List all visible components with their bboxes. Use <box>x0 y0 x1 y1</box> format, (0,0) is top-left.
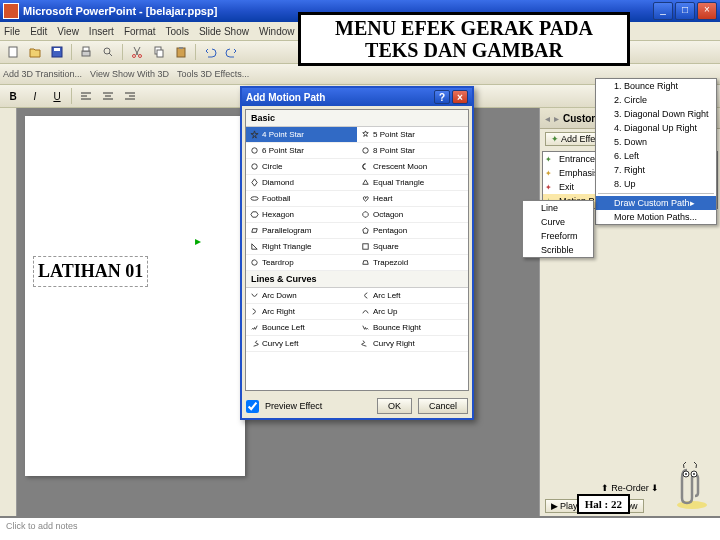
menu-insert[interactable]: Insert <box>89 26 114 37</box>
path-option[interactable]: Arc Right <box>246 304 357 320</box>
motion-item[interactable]: 2. Circle <box>596 93 716 107</box>
bold-icon[interactable]: B <box>3 86 23 106</box>
reorder-label: Re-Order <box>611 483 649 493</box>
annotation-page: Hal : 22 <box>577 494 630 514</box>
path-option[interactable]: 4 Point Star <box>246 127 357 143</box>
path-option[interactable]: Circle <box>246 159 357 175</box>
star-icon: ✦ <box>545 169 552 178</box>
menu-slideshow[interactable]: Slide Show <box>199 26 249 37</box>
path-option[interactable]: Bounce Left <box>246 320 357 336</box>
path-option[interactable]: Curvy Left <box>246 336 357 352</box>
path-option[interactable]: Trapezoid <box>357 255 468 271</box>
path-option[interactable]: Square <box>357 239 468 255</box>
italic-icon[interactable]: I <box>25 86 45 106</box>
redo-icon[interactable] <box>222 42 242 62</box>
path-option[interactable]: Crescent Moon <box>357 159 468 175</box>
reorder-up-icon[interactable]: ⬆ <box>601 483 609 493</box>
preview-icon[interactable] <box>98 42 118 62</box>
forward-icon[interactable]: ▸ <box>554 113 559 124</box>
path-option[interactable]: Bounce Right <box>357 320 468 336</box>
dialog-help-button[interactable]: ? <box>434 90 450 104</box>
slide-canvas[interactable]: ▸ LATIHAN 01 <box>25 116 245 476</box>
thumbnail-strip[interactable] <box>0 108 17 516</box>
menu-window[interactable]: Window <box>259 26 295 37</box>
draw-freeform[interactable]: Freeform <box>523 229 593 243</box>
dialog-close-button[interactable]: × <box>452 90 468 104</box>
annotation-title: MENU EFEK GERAK PADATEKS DAN GAMBAR <box>298 12 630 66</box>
star-icon: ✦ <box>545 183 552 192</box>
open-icon[interactable] <box>25 42 45 62</box>
undo-icon[interactable] <box>200 42 220 62</box>
menu-file[interactable]: File <box>4 26 20 37</box>
motion-item[interactable]: 7. Right <box>596 163 716 177</box>
svg-rect-10 <box>157 50 163 57</box>
motion-item[interactable]: 1. Bounce Right <box>596 79 716 93</box>
menu-tools[interactable]: Tools <box>166 26 189 37</box>
svg-rect-12 <box>179 47 183 49</box>
add-3d-transition[interactable]: Add 3D Transition... <box>3 69 82 79</box>
path-option[interactable]: 6 Point Star <box>246 143 357 159</box>
underline-icon[interactable]: U <box>47 86 67 106</box>
path-option[interactable]: Arc Down <box>246 288 357 304</box>
path-option[interactable]: Pentagon <box>357 223 468 239</box>
menu-format[interactable]: Format <box>124 26 156 37</box>
path-option[interactable]: Diamond <box>246 175 357 191</box>
draw-path-submenu: Line Curve Freeform Scribble <box>522 200 594 258</box>
motion-item[interactable]: 6. Left <box>596 149 716 163</box>
draw-custom-path[interactable]: Draw Custom Path▸ <box>596 196 716 210</box>
align-left-icon[interactable] <box>76 86 96 106</box>
motion-item[interactable]: 8. Up <box>596 177 716 191</box>
path-option[interactable]: 5 Point Star <box>357 127 468 143</box>
path-option[interactable]: Curvy Right <box>357 336 468 352</box>
maximize-button[interactable]: □ <box>675 2 695 20</box>
close-button[interactable]: × <box>697 2 717 20</box>
cut-icon[interactable] <box>127 42 147 62</box>
reorder-down-icon[interactable]: ⬇ <box>651 483 659 493</box>
svg-point-25 <box>251 197 258 201</box>
svg-rect-26 <box>363 244 368 249</box>
copy-icon[interactable] <box>149 42 169 62</box>
clippy-assistant[interactable] <box>672 460 712 510</box>
path-option[interactable]: Equal Triangle <box>357 175 468 191</box>
cancel-button[interactable]: Cancel <box>418 398 468 414</box>
more-motion-paths[interactable]: More Motion Paths... <box>596 210 716 224</box>
align-right-icon[interactable] <box>120 86 140 106</box>
menu-view[interactable]: View <box>57 26 79 37</box>
path-option[interactable]: Hexagon <box>246 207 357 223</box>
path-option[interactable]: Right Triangle <box>246 239 357 255</box>
svg-point-22 <box>252 148 257 153</box>
svg-line-6 <box>109 53 112 56</box>
slide-title-text[interactable]: LATIHAN 01 <box>33 256 148 287</box>
path-option[interactable]: Teardrop <box>246 255 357 271</box>
path-option[interactable]: Football <box>246 191 357 207</box>
paste-icon[interactable] <box>171 42 191 62</box>
align-center-icon[interactable] <box>98 86 118 106</box>
path-option[interactable]: Octagon <box>357 207 468 223</box>
svg-point-29 <box>685 473 687 475</box>
motion-item[interactable]: 3. Diagonal Down Right <box>596 107 716 121</box>
tools-3d-effects[interactable]: Tools 3D Effects... <box>177 69 249 79</box>
motion-item[interactable]: 5. Down <box>596 135 716 149</box>
ok-button[interactable]: OK <box>377 398 412 414</box>
motion-item[interactable]: 4. Diagonal Up Right <box>596 121 716 135</box>
svg-rect-11 <box>177 48 185 57</box>
draw-line[interactable]: Line <box>523 201 593 215</box>
notes-pane[interactable]: Click to add notes <box>0 516 720 540</box>
path-option[interactable]: Parallelogram <box>246 223 357 239</box>
draw-curve[interactable]: Curve <box>523 215 593 229</box>
new-icon[interactable] <box>3 42 23 62</box>
view-show-3d[interactable]: View Show With 3D <box>90 69 169 79</box>
path-option[interactable]: 8 Point Star <box>357 143 468 159</box>
minimize-button[interactable]: _ <box>653 2 673 20</box>
add-motion-path-dialog: Add Motion Path ? × Basic 4 Point Star 5… <box>240 86 474 420</box>
path-option[interactable]: Heart <box>357 191 468 207</box>
preview-checkbox[interactable] <box>246 400 259 413</box>
draw-scribble[interactable]: Scribble <box>523 243 593 257</box>
menu-edit[interactable]: Edit <box>30 26 47 37</box>
star-icon: ✦ <box>545 155 552 164</box>
back-icon[interactable]: ◂ <box>545 113 550 124</box>
save-icon[interactable] <box>47 42 67 62</box>
path-option[interactable]: Arc Up <box>357 304 468 320</box>
print-icon[interactable] <box>76 42 96 62</box>
path-option[interactable]: Arc Left <box>357 288 468 304</box>
